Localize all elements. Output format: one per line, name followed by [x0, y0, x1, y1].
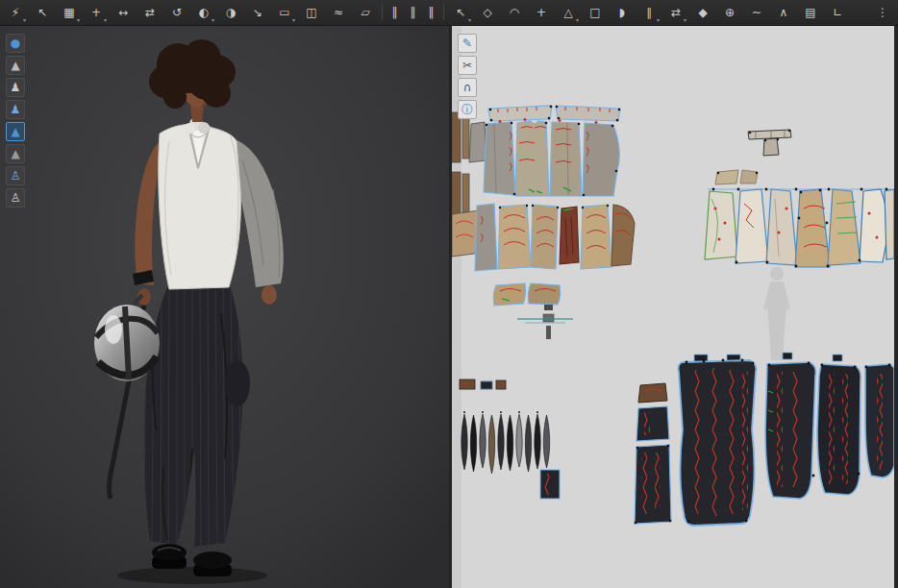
pattern-jacket-fronts[interactable] — [765, 353, 894, 499]
toolbar-separator — [382, 5, 383, 20]
edit-pattern-icon[interactable]: ◇ — [476, 2, 499, 23]
helmet-strap-vertical — [125, 306, 129, 380]
toolbar-separator — [443, 5, 444, 20]
more-tools-icon[interactable]: ⋮ — [871, 2, 894, 23]
pattern-pants-panels[interactable] — [484, 118, 619, 197]
show-ghost-avatar-icon[interactable]: ♙ — [6, 188, 25, 208]
toolbar-group-3d: ⚡▾↖▦▾+▾↔⇄↺◐▾◑↘▭▾◫≈▱ — [4, 2, 377, 23]
show-arrangement-points-icon[interactable]: ♟ — [6, 100, 25, 119]
avatar-tape-icon[interactable]: ◫ — [300, 2, 323, 23]
elastic-tool-icon[interactable]: ~ — [745, 2, 768, 23]
knife-tool-icon[interactable]: ✂ — [458, 56, 477, 75]
ruler-2d-icon[interactable]: ∟ — [826, 2, 849, 23]
show-avatar-mesh-icon[interactable]: ♙ — [6, 166, 25, 185]
arrangement-points-icon[interactable]: ⇄ — [138, 2, 162, 23]
workspace: ●▲♟♟▲▲♙♙ — [0, 26, 898, 588]
show-avatar-icon[interactable]: ♟ — [6, 78, 25, 97]
main-toolbar: ⚡▾↖▦▾+▾↔⇄↺◐▾◑↘▭▾◫≈▱ ‖‖‖ ↖▾◇◠+△▾□◗∥▾⇄▾◆⊕~… — [0, 0, 898, 26]
dropdown-caret-icon: ▾ — [468, 17, 471, 23]
rectangle-pattern-icon[interactable]: □ — [584, 2, 607, 23]
dropdown-caret-icon: ▾ — [684, 17, 686, 23]
helmet-highlight — [105, 315, 122, 344]
viewport-2d[interactable]: ✎✂∩ⓘ — [452, 26, 894, 588]
pin-sew-icon[interactable]: ⊕ — [718, 2, 741, 23]
transform-pattern-icon[interactable]: ↖▾ — [449, 2, 472, 23]
info-icon[interactable]: ⓘ — [458, 100, 477, 119]
dropdown-caret-icon: ▾ — [104, 17, 107, 23]
pin-icon[interactable]: +▾ — [85, 2, 108, 23]
layout-toggle-1-icon[interactable]: ‖ — [387, 2, 402, 23]
magnet-tool-icon[interactable]: ∩ — [458, 78, 477, 97]
pattern-canvas[interactable] — [452, 26, 894, 588]
edit-texture-pen-icon[interactable]: ✎ — [458, 34, 477, 53]
avatar-3d-render[interactable] — [0, 26, 449, 588]
pattern-small-dark-piece[interactable] — [540, 470, 560, 499]
dropdown-caret-icon: ▾ — [292, 17, 295, 23]
rotate-gizmo-icon[interactable]: ↺ — [165, 2, 188, 23]
dropdown-caret-icon: ▾ — [23, 17, 26, 23]
tape-tool-icon[interactable]: ▭▾ — [273, 2, 296, 23]
sphere-gizmo-icon[interactable]: ◐▾ — [192, 2, 215, 23]
scarf-fold-2 — [184, 123, 195, 135]
dropdown-caret-icon: ▾ — [77, 17, 80, 23]
show-garment-icon[interactable]: ▲ — [6, 56, 25, 75]
left-shoe — [152, 544, 187, 561]
layout-toggle-2-icon[interactable]: ‖ — [406, 2, 420, 23]
viewport-3d-toggles: ●▲♟♟▲▲♙♙ — [6, 34, 25, 208]
dropdown-caret-icon: ▾ — [657, 17, 660, 23]
dropdown-caret-icon: ▾ — [576, 17, 579, 23]
show-fit-map-icon[interactable]: ▲ — [6, 144, 25, 163]
simulate-icon[interactable]: ⚡▾ — [4, 2, 27, 23]
edit-curvature-icon[interactable]: ◠ — [503, 2, 526, 23]
viewport-2d-toggles: ✎✂∩ⓘ — [458, 34, 477, 119]
toolbar-group-2d: ↖▾◇◠+△▾□◗∥▾⇄▾◆⊕~∧▤∟ — [449, 2, 849, 23]
segment-sewing-icon[interactable]: ∥▾ — [637, 2, 661, 23]
sphere-gizmo-alt-icon[interactable]: ◑ — [219, 2, 242, 23]
toolbar-group-overflow: ⋮ — [871, 2, 894, 23]
select-mesh-icon[interactable]: ▦▾ — [58, 2, 81, 23]
cargo-pocket — [225, 360, 250, 406]
pattern-small-yokes[interactable] — [715, 170, 758, 184]
add-point-icon[interactable]: + — [530, 2, 553, 23]
window-edge — [894, 26, 898, 588]
polygon-pattern-icon[interactable]: △▾ — [557, 2, 580, 23]
move-gizmo-icon[interactable]: ↔ — [112, 2, 135, 23]
grading-tool-icon[interactable]: ▤ — [799, 2, 822, 23]
right-shoe — [193, 551, 232, 569]
show-style-lines-icon[interactable]: ▲ — [6, 122, 25, 141]
select-move-icon[interactable]: ↖ — [31, 2, 54, 23]
dropdown-caret-icon: ▾ — [212, 17, 214, 23]
iron-tool-icon[interactable]: ◗ — [611, 2, 634, 23]
viewport-3d[interactable]: ●▲♟♟▲▲♙♙ — [0, 26, 449, 588]
pattern-jacket-back[interactable] — [679, 355, 757, 526]
scarf-fold — [198, 122, 210, 134]
layout-toggle-3-icon[interactable]: ‖ — [424, 2, 438, 23]
scale-tool-icon[interactable]: ↘ — [246, 2, 269, 23]
free-sewing-icon[interactable]: ⇄▾ — [664, 2, 687, 23]
measure-tool-icon[interactable]: ≈ — [327, 2, 350, 23]
left-hand — [262, 285, 277, 305]
pattern-jacket-pieces[interactable] — [705, 189, 894, 268]
render-style-icon[interactable]: ● — [6, 34, 25, 53]
toolbar-group-layout: ‖‖‖ — [387, 2, 438, 23]
seam-tool-icon[interactable]: ◆ — [691, 2, 714, 23]
flatten-tool-icon[interactable]: ▱ — [354, 2, 377, 23]
floor-shadow — [117, 567, 267, 584]
zigzag-tool-icon[interactable]: ∧ — [772, 2, 795, 23]
